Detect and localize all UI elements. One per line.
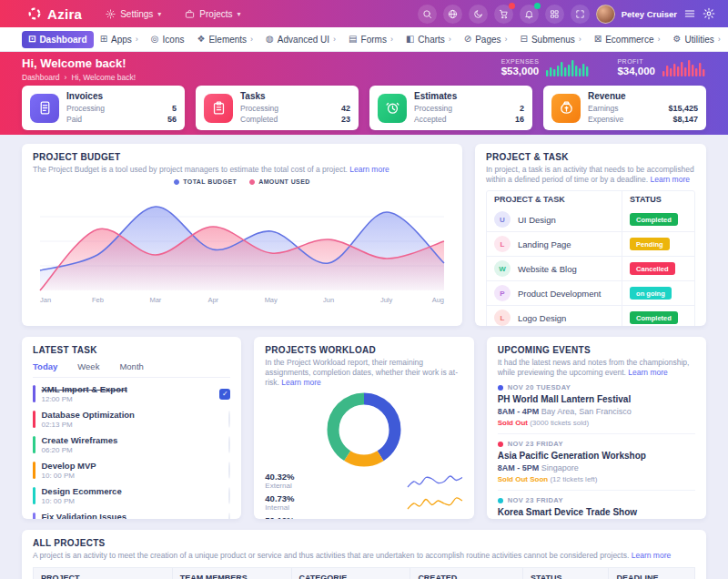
learn-more-link[interactable]: Learn more xyxy=(632,551,671,560)
card-description: The Project Budget is a tool used by pro… xyxy=(33,165,451,175)
alarm-icon xyxy=(385,100,400,116)
task-checkbox[interactable] xyxy=(228,411,230,428)
stat-card-estimates[interactable]: Estimates Processing2Accepted16 xyxy=(369,86,532,130)
task-item: Develop MVP 10: 00 PM xyxy=(33,461,230,480)
task-time: 10: 00 PM xyxy=(42,472,96,480)
stat-card-tasks[interactable]: Tasks Processing42Completed23 xyxy=(196,86,359,130)
project-task-row[interactable]: W Website & Blog Cancelled xyxy=(487,256,694,280)
menubar-item-elements[interactable]: ❖ Elements › xyxy=(190,31,259,48)
menubar-item-ecommerce[interactable]: ⊠ Ecommerce › xyxy=(588,31,667,48)
breadcrumb: Dashboard›Hi, Welcome back! xyxy=(22,73,136,82)
list-icon xyxy=(683,7,696,20)
event-item[interactable]: NOV 23 FRIDAY Asia Pacific Generation Wo… xyxy=(498,434,695,491)
stat-card-title: Revenue xyxy=(588,91,698,101)
task-time: 10: 00 PM xyxy=(42,497,122,505)
menubar-item-advanced-ui[interactable]: ◍ Advanced UI › xyxy=(259,31,342,48)
task-checkbox[interactable] xyxy=(228,436,230,453)
stat-card-invoices[interactable]: Invoices Processing5Paid56 xyxy=(22,86,185,130)
learn-more-link[interactable]: Learn more xyxy=(651,175,690,184)
menubar-item-icons[interactable]: ◎ Icons xyxy=(145,31,191,48)
svg-text:July: July xyxy=(380,296,393,304)
status-badge: Completed xyxy=(630,311,678,324)
projects-workload-card: PROJECTS WORKLOAD In the Project Workloa… xyxy=(254,337,473,519)
apps-icon: ⊞ xyxy=(100,35,107,44)
menubar-item-charts[interactable]: ◧ Charts › xyxy=(399,31,458,48)
stat-card-title: Invoices xyxy=(66,91,177,101)
topbar-right: Petey Cruiser xyxy=(418,5,715,24)
card-title: ALL PROJECTS xyxy=(33,538,695,548)
moon-icon-button[interactable] xyxy=(469,5,488,24)
task-checkbox-checked[interactable]: ✓ xyxy=(219,389,230,400)
menubar-item-pages[interactable]: ⊘ Pages › xyxy=(458,31,514,48)
sparkline-bars xyxy=(662,58,706,76)
svg-text:Jan: Jan xyxy=(40,296,51,304)
sparkline-bars xyxy=(546,58,590,76)
event-name: Korea Smart Device Trade Show xyxy=(498,507,695,517)
event-item[interactable]: NOV 23 FRIDAY Korea Smart Device Trade S… xyxy=(498,491,695,519)
invoice-icon xyxy=(37,100,53,116)
topbar-icon-buttons xyxy=(418,5,590,24)
topbar-menu-projects[interactable]: Projects ▾ xyxy=(185,9,240,19)
user-avatar[interactable] xyxy=(596,5,615,24)
project-task-card: PROJECT & TASK In project, a task is an … xyxy=(475,144,706,326)
elements-icon: ❖ xyxy=(197,35,205,44)
app-logo[interactable]: Azira xyxy=(27,6,82,22)
task-name: Fix Validation Issues xyxy=(42,512,126,519)
tab-week[interactable]: Week xyxy=(77,361,99,371)
fullscreen-icon-button[interactable] xyxy=(571,5,590,24)
card-title: PROJECT BUDGET xyxy=(33,152,451,162)
dashboard-icon: ⊡ xyxy=(28,35,35,44)
project-task-row[interactable]: L Logo Design Completed xyxy=(487,305,694,326)
learn-more-link[interactable]: Learn more xyxy=(628,368,667,377)
caret-down-icon: ▾ xyxy=(157,10,161,18)
learn-more-link[interactable]: Learn more xyxy=(349,165,389,174)
status-badge: Completed xyxy=(630,213,678,226)
topbar-menu-settings[interactable]: Settings ▾ xyxy=(106,9,161,19)
task-checkbox[interactable] xyxy=(228,462,230,479)
breadcrumb-item[interactable]: Hi, Welcome back! xyxy=(71,73,136,82)
menubar-item-apps[interactable]: ⊞ Apps › xyxy=(94,31,145,48)
task-checkbox[interactable] xyxy=(228,513,230,520)
breadcrumb-item[interactable]: Dashboard xyxy=(22,73,60,82)
fullscreen-icon xyxy=(575,9,585,19)
bell-icon-button[interactable] xyxy=(520,5,539,24)
task-checkbox[interactable] xyxy=(228,487,230,504)
learn-more-link[interactable]: Learn more xyxy=(281,378,320,387)
project-task-row[interactable]: P Product Development on going xyxy=(487,280,694,305)
latest-task-card: LATEST TASK TodayWeekMonth XML Import & … xyxy=(22,337,241,519)
globe-icon-button[interactable] xyxy=(443,5,462,24)
menubar-item-utilities[interactable]: ⚙ Utilities › xyxy=(667,31,727,48)
project-avatar: P xyxy=(494,285,511,301)
svg-text:May: May xyxy=(265,296,278,304)
tab-today[interactable]: Today xyxy=(33,361,57,371)
table-header: PROJECT & TASK STATUS xyxy=(487,191,694,208)
project-avatar: W xyxy=(494,260,511,277)
task-tabs: TodayWeekMonth xyxy=(33,361,230,378)
svg-text:Jun: Jun xyxy=(323,296,334,304)
project-task-row[interactable]: L Landing Page Pending xyxy=(487,231,694,256)
workload-stat-offer: 50.12% Offer xyxy=(265,515,462,519)
stat-card-revenue[interactable]: Revenue Earnings$15,425Expensive$8,147 xyxy=(543,86,706,130)
list-icon[interactable] xyxy=(683,7,696,20)
user-name: Petey Cruiser xyxy=(622,9,677,19)
briefcase-icon xyxy=(185,9,195,19)
card-title: LATEST TASK xyxy=(33,345,230,355)
task-time: 06:20 PM xyxy=(42,446,118,454)
task-name: XML Import & Export xyxy=(42,384,127,394)
menubar-item-submenus[interactable]: ⊟ Submenus › xyxy=(514,31,588,48)
legend-item[interactable]: AMOUNT USED xyxy=(249,178,310,185)
project-task-row[interactable]: U UI Design Completed xyxy=(487,208,694,231)
settings-gear-icon[interactable] xyxy=(703,7,715,20)
task-name: Database Optimization xyxy=(42,410,135,420)
menubar-item-dashboard[interactable]: ⊡ Dashboard xyxy=(22,31,94,48)
tab-month[interactable]: Month xyxy=(119,361,143,371)
legend-item[interactable]: TOTAL BUDGET xyxy=(174,178,237,185)
card-description: In project, a task is an activity that n… xyxy=(486,165,695,185)
brand-name: Azira xyxy=(47,6,82,22)
search-icon-button[interactable] xyxy=(418,5,437,24)
grid-icon-button[interactable] xyxy=(545,5,564,24)
menubar-item-forms[interactable]: ▤ Forms › xyxy=(342,31,399,48)
cart-icon-button[interactable] xyxy=(494,5,513,24)
event-item[interactable]: NOV 20 TUESDAY PH World Mall Lantern Fes… xyxy=(498,378,695,434)
banner-stats: EXPENSES $53,000 PROFIT $34,000 xyxy=(501,58,706,76)
